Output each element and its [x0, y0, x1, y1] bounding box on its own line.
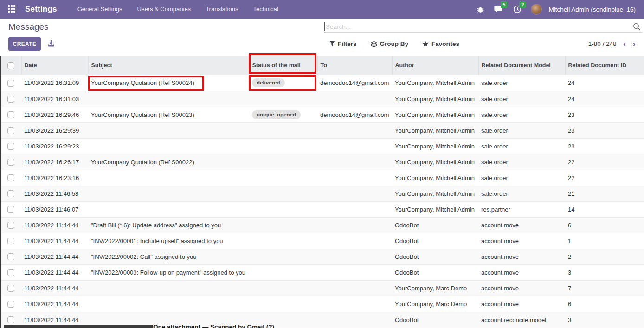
user-avatar[interactable] — [531, 4, 542, 15]
row-checkbox[interactable] — [7, 159, 14, 166]
cell-author[interactable]: YourCompany, Mitchell Admin — [392, 122, 478, 138]
row-checkbox[interactable] — [7, 222, 14, 229]
cell-author[interactable]: YourCompany, Mitchell Admin — [392, 91, 478, 107]
cell-model[interactable]: account.move — [478, 264, 565, 280]
cell-doc_id[interactable]: 6 — [565, 296, 644, 312]
cell-author[interactable]: YourCompany, Mitchell Admin — [392, 138, 478, 154]
table-row[interactable]: 11/03/2022 16:31:09YourCompany Quotation… — [0, 75, 644, 91]
cell-subject[interactable] — [88, 186, 249, 201]
row-checkbox[interactable] — [7, 80, 14, 87]
table-row[interactable]: 11/03/2022 11:46:07YourCompany, Mitchell… — [0, 201, 644, 217]
cell-status[interactable] — [249, 233, 317, 249]
cell-model[interactable]: sale.order — [478, 107, 565, 122]
cell-subject[interactable] — [88, 296, 249, 312]
search-input[interactable] — [325, 23, 633, 30]
row-checkbox[interactable] — [7, 143, 14, 150]
cell-model[interactable]: account.reconcile.model — [478, 312, 565, 328]
table-row[interactable]: 11/03/2022 11:44:44"Draft Bill (* 6): Up… — [0, 217, 644, 233]
cell-subject[interactable]: "INV/2022/00001: Include upsell" assigne… — [88, 233, 249, 249]
cell-status[interactable] — [249, 122, 317, 138]
cell-date[interactable]: 11/03/2022 16:29:23 — [21, 138, 88, 154]
cell-model[interactable]: account.move — [478, 280, 565, 296]
cell-date[interactable]: 11/03/2022 11:46:07 — [21, 201, 88, 217]
cell-subject[interactable] — [88, 201, 249, 217]
cell-author[interactable]: YourCompany, Mitchell Admin — [392, 107, 478, 122]
cell-doc_id[interactable]: 23 — [565, 107, 644, 122]
cell-subject[interactable] — [88, 170, 249, 186]
cell-status[interactable]: unique_opened — [249, 107, 317, 122]
cell-author[interactable]: YourCompany, Marc Demo — [392, 296, 478, 312]
cell-doc_id[interactable]: 7 — [565, 280, 644, 296]
cell-status[interactable] — [249, 201, 317, 217]
cell-status[interactable] — [249, 154, 317, 170]
cell-date[interactable]: 11/03/2022 11:44:44 — [21, 264, 88, 280]
row-checkbox[interactable] — [7, 316, 14, 323]
cell-status[interactable] — [249, 249, 317, 264]
column-header-status[interactable]: Status of the mail — [249, 56, 317, 75]
cell-status[interactable] — [249, 296, 317, 312]
page-title[interactable]: Messages — [8, 22, 49, 32]
cell-to[interactable]: demoodoo14@gmail.com — [317, 75, 392, 91]
cell-date[interactable]: 11/03/2022 11:44:44 — [21, 280, 88, 296]
cell-date[interactable]: 11/03/2022 11:44:44 — [21, 233, 88, 249]
cell-doc_id[interactable]: 2 — [565, 249, 644, 264]
cell-to[interactable]: demoodoo14@gmail.com — [317, 107, 392, 122]
column-header-model[interactable]: Related Document Model — [478, 56, 565, 75]
cell-date[interactable]: 11/03/2022 11:46:58 — [21, 186, 88, 201]
cell-model[interactable]: account.move — [478, 217, 565, 233]
cell-doc_id[interactable]: 21 — [565, 186, 644, 201]
user-menu[interactable]: Mitchell Admin (sendinblue_16) — [548, 6, 636, 13]
cell-status[interactable] — [249, 138, 317, 154]
column-header-date[interactable]: Date — [21, 56, 88, 75]
cell-to[interactable] — [317, 91, 392, 107]
cell-model[interactable]: sale.order — [478, 154, 565, 170]
cell-date[interactable]: 11/03/2022 16:26:17 — [21, 154, 88, 170]
cell-to[interactable] — [317, 186, 392, 201]
export-download-icon[interactable] — [47, 40, 55, 47]
row-checkbox[interactable] — [7, 238, 14, 244]
apps-grid-icon[interactable] — [8, 5, 16, 13]
cell-model[interactable]: account.move — [478, 296, 565, 312]
table-row[interactable]: 11/03/2022 11:44:44YourCompany, Marc Dem… — [0, 296, 644, 312]
cell-date[interactable]: 11/03/2022 16:31:09 — [21, 75, 88, 91]
pager-previous-icon[interactable]: ‹ — [623, 39, 626, 48]
cell-author[interactable]: YourCompany, Mitchell Admin — [392, 170, 478, 186]
cell-author[interactable]: OdooBot — [392, 249, 478, 264]
cell-to[interactable] — [317, 296, 392, 312]
favorites-button[interactable]: Favorites — [422, 40, 459, 47]
cell-date[interactable]: 11/03/2022 16:31:03 — [21, 91, 88, 107]
cell-doc_id[interactable]: 14 — [565, 201, 644, 217]
cell-doc_id[interactable]: 3 — [565, 312, 644, 328]
cell-status[interactable]: delivered — [249, 75, 317, 91]
debug-bug-icon[interactable] — [472, 0, 488, 19]
cell-to[interactable] — [317, 249, 392, 264]
cell-status[interactable] — [249, 264, 317, 280]
cell-to[interactable] — [317, 264, 392, 280]
cell-model[interactable]: account.move — [478, 233, 565, 249]
menu-technical[interactable]: Technical — [245, 0, 285, 19]
row-checkbox[interactable] — [7, 111, 14, 118]
cell-author[interactable]: YourCompany, Mitchell Admin — [392, 75, 478, 91]
cell-status[interactable] — [249, 91, 317, 107]
menu-general-settings[interactable]: General Settings — [70, 0, 130, 19]
activities-clock-icon[interactable]: 2 — [509, 0, 525, 19]
cell-date[interactable]: 11/03/2022 16:29:39 — [21, 122, 88, 138]
cell-subject[interactable]: YourCompany Quotation (Ref S00022) — [88, 154, 249, 170]
cell-author[interactable]: OdooBot — [392, 233, 478, 249]
cell-subject[interactable] — [88, 91, 249, 107]
cell-author[interactable]: YourCompany, Mitchell Admin — [392, 201, 478, 217]
cell-date[interactable]: 11/03/2022 11:44:44 — [21, 249, 88, 264]
table-row[interactable]: 11/03/2022 11:44:44"INV/2022/00001: Incl… — [0, 233, 644, 249]
cell-date[interactable]: 11/03/2022 16:23:16 — [21, 170, 88, 186]
row-checkbox[interactable] — [7, 269, 14, 276]
row-checkbox[interactable] — [7, 301, 14, 308]
table-row[interactable]: 11/03/2022 16:31:03YourCompany, Mitchell… — [0, 91, 644, 107]
cell-doc_id[interactable]: 3 — [565, 264, 644, 280]
menu-users-companies[interactable]: Users & Companies — [130, 0, 199, 19]
filters-button[interactable]: Filters — [329, 40, 357, 47]
cell-author[interactable]: YourCompany, Mitchell Admin — [392, 154, 478, 170]
cell-to[interactable] — [317, 312, 392, 328]
cell-status[interactable] — [249, 280, 317, 296]
cell-subject[interactable]: "Draft Bill (* 6): Update address" assig… — [88, 217, 249, 233]
cell-subject[interactable]: "INV/2022/00003: Follow-up on payment" a… — [88, 264, 249, 280]
